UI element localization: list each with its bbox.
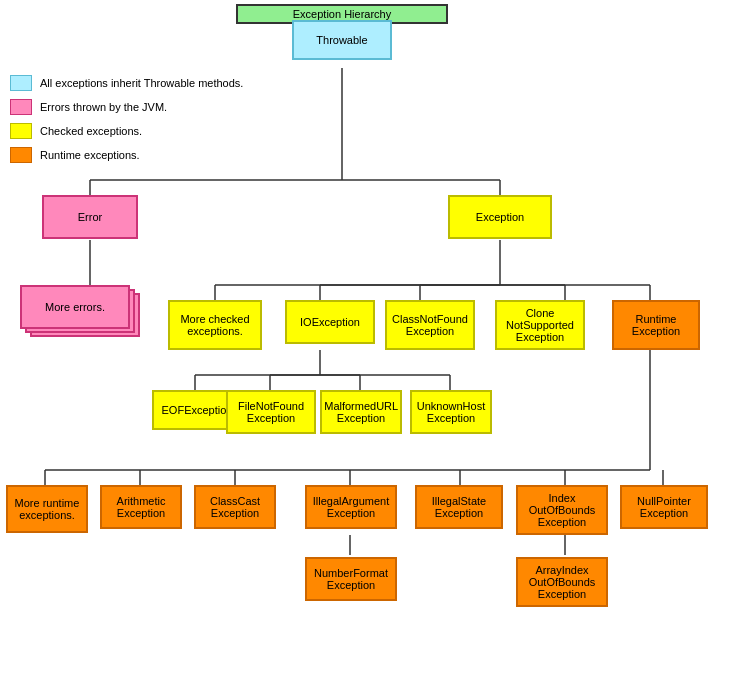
node-file-not-found: FileNotFound Exception <box>226 390 316 434</box>
node-class-cast: ClassCast Exception <box>194 485 276 529</box>
legend-cyan-box <box>10 75 32 91</box>
node-io-exception: IOException <box>285 300 375 344</box>
legend-pink: Errors thrown by the JVM. <box>10 99 243 115</box>
legend-yellow-label: Checked exceptions. <box>40 125 142 137</box>
node-error: Error <box>42 195 138 239</box>
node-index-out-of-bounds: Index OutOfBounds Exception <box>516 485 608 535</box>
legend-cyan-label: All exceptions inherit Throwable methods… <box>40 77 243 89</box>
legend-pink-box <box>10 99 32 115</box>
node-unknown-host: UnknownHost Exception <box>410 390 492 434</box>
legend-orange: Runtime exceptions. <box>10 147 243 163</box>
node-illegal-argument: IllegalArgument Exception <box>305 485 397 529</box>
legend-yellow-box <box>10 123 32 139</box>
node-number-format: NumberFormat Exception <box>305 557 397 601</box>
node-clone-not-supported: Clone NotSupported Exception <box>495 300 585 350</box>
legend-yellow: Checked exceptions. <box>10 123 243 139</box>
node-class-not-found: ClassNotFound Exception <box>385 300 475 350</box>
node-more-errors: More errors. <box>20 285 130 329</box>
node-array-index: ArrayIndex OutOfBounds Exception <box>516 557 608 607</box>
legend-orange-label: Runtime exceptions. <box>40 149 140 161</box>
legend: All exceptions inherit Throwable methods… <box>10 75 243 171</box>
legend-pink-label: Errors thrown by the JVM. <box>40 101 167 113</box>
node-illegal-state: IllegalState Exception <box>415 485 503 529</box>
legend-cyan: All exceptions inherit Throwable methods… <box>10 75 243 91</box>
node-throwable: Throwable <box>292 20 392 60</box>
node-null-pointer: NullPointer Exception <box>620 485 708 529</box>
node-malformed-url: MalformedURL Exception <box>320 390 402 434</box>
node-more-runtime: More runtime exceptions. <box>6 485 88 533</box>
node-runtime-exception: Runtime Exception <box>612 300 700 350</box>
node-exception: Exception <box>448 195 552 239</box>
node-more-checked: More checked exceptions. <box>168 300 262 350</box>
legend-orange-box <box>10 147 32 163</box>
page: Exception Hierarchy All exceptions inher… <box>0 0 730 688</box>
node-arithmetic: Arithmetic Exception <box>100 485 182 529</box>
